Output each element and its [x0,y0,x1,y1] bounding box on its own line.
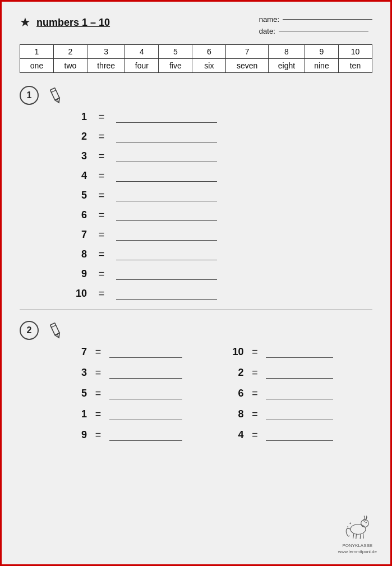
exercise1-row-10: 10 = [70,288,372,300]
table-word-one: one [20,59,54,73]
words-row: onetwothreefourfivesixseveneightnineten [20,59,372,73]
date-row: date: [259,27,372,35]
answer-field[interactable] [116,210,217,221]
answer-field[interactable] [116,190,217,201]
svg-line-13 [361,534,361,539]
table-word-six: six [192,59,226,73]
answer-field-right[interactable] [266,430,333,441]
equals-icon-right: = [249,388,260,399]
table-number-1: 1 [20,45,54,59]
equals-icon: = [96,150,107,162]
ex-number: 2 [70,131,87,142]
col-left: 7 = [70,346,227,358]
ex-number: 1 [70,111,87,123]
equals-icon: = [96,111,107,123]
section-1: 1 1 = 2 = 3 = 4 = [20,85,372,300]
answer-field[interactable] [116,249,217,260]
ex-number: 8 [70,249,87,260]
section1-circle: 1 [20,86,39,105]
equals-icon-left: = [93,388,104,399]
table-word-eight: eight [268,59,305,73]
logo-area: ✦ ✦ PONYKLASSE www.lernmitponi.de [338,508,377,554]
answer-field-left[interactable] [109,430,182,441]
star-icon: ★ [20,15,31,30]
answer-field-right[interactable] [266,347,333,358]
exercise1-row-9: 9 = [70,268,372,280]
number-table: 12345678910 onetwothreefourfivesixsevene… [20,44,372,73]
col-right: 8 = [227,408,372,420]
date-label: date: [259,27,275,35]
section2-header: 2 [20,320,372,340]
svg-point-8 [351,524,366,535]
answer-field-right[interactable] [266,409,333,420]
pencil-icon-2 [45,320,66,340]
ex-number-right: 6 [227,388,243,399]
table-number-8: 8 [268,45,305,59]
answer-field[interactable] [116,269,217,280]
answer-field[interactable] [116,288,217,300]
brand-name: PONYKLASSE [342,543,372,548]
title-area: ★ numbers 1 – 10 [20,15,110,30]
equals-icon: = [96,249,107,260]
answer-field-left[interactable] [109,409,182,420]
answer-field[interactable] [116,229,217,241]
answer-field-right[interactable] [266,388,333,399]
table-number-7: 7 [226,45,269,59]
answer-field[interactable] [116,131,217,142]
equals-icon: = [96,131,107,142]
equals-icon-right: = [249,346,260,358]
ex-number: 6 [70,209,87,221]
ex-number-right: 4 [227,429,243,441]
equals-icon-right: = [249,367,260,379]
ex-number: 5 [70,190,87,201]
name-row: name: [259,15,372,24]
name-label: name: [259,15,279,24]
equals-icon: = [96,288,107,300]
exercise2-row: 3 = 2 = [70,367,372,379]
equals-icon: = [96,268,107,280]
section1-rows: 1 = 2 = 3 = 4 = 5 = 6 = 7 = 8 [70,111,372,300]
ex-number-left: 1 [70,408,87,420]
svg-line-6 [51,325,56,328]
exercise1-row-4: 4 = [70,170,372,182]
ex-number-right: 10 [227,346,243,358]
answer-field-right[interactable] [266,367,333,379]
name-date-area: name: date: [259,15,372,35]
pencil-icon-1 [45,85,66,105]
table-word-two: two [54,59,87,73]
svg-point-15 [366,522,367,523]
svg-line-12 [356,534,357,539]
section-2: 2 7 = 10 = [20,320,372,441]
equals-icon-left: = [93,367,104,379]
answer-field[interactable] [116,171,217,182]
svg-line-11 [353,533,354,539]
answer-field[interactable] [116,112,217,123]
equals-icon-right: = [249,408,260,420]
date-field[interactable] [279,31,368,31]
col-left: 1 = [70,408,227,420]
ex-number: 9 [70,268,87,280]
table-number-10: 10 [338,45,372,59]
exercise2-row: 1 = 8 = [70,408,372,420]
exercise2-row: 9 = 4 = [70,429,372,441]
numbers-row: 12345678910 [20,45,372,59]
table-word-nine: nine [305,59,338,73]
answer-field[interactable] [116,151,217,162]
ex-number: 3 [70,150,87,162]
svg-text:✦: ✦ [347,526,349,528]
answer-field-left[interactable] [109,367,182,379]
answer-field-left[interactable] [109,347,182,358]
equals-icon: = [96,229,107,241]
equals-icon-left: = [93,346,104,358]
name-field[interactable] [283,19,372,20]
table-number-3: 3 [87,45,125,59]
ex-number: 7 [70,229,87,241]
exercise1-row-7: 7 = [70,229,372,241]
equals-icon-left: = [93,429,104,441]
exercise1-row-6: 6 = [70,209,372,221]
answer-field-left[interactable] [109,388,182,399]
exercise2-row: 5 = 6 = [70,388,372,399]
table-word-four: four [125,59,159,73]
table-number-9: 9 [305,45,338,59]
svg-line-10 [362,526,364,527]
